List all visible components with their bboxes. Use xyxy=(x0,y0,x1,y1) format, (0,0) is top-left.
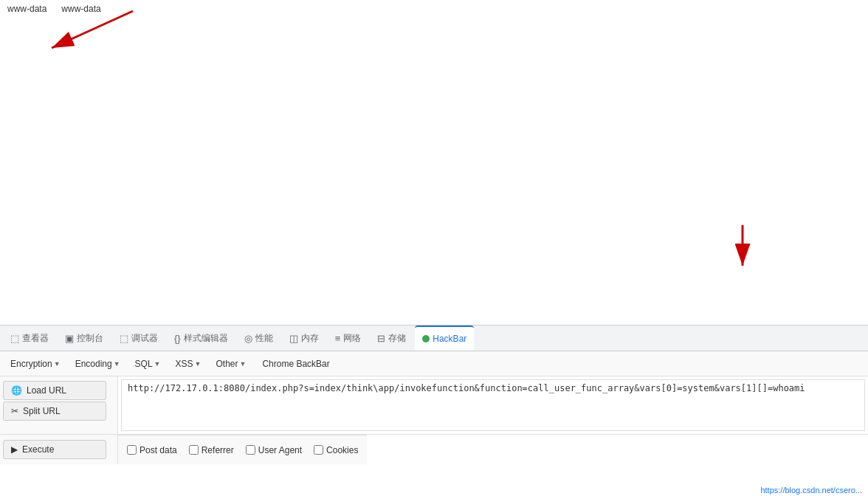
encryption-chevron-icon: ▼ xyxy=(54,360,61,368)
encryption-label: Encryption xyxy=(10,359,52,369)
execute-icon: ▶ xyxy=(11,444,18,455)
sql-chevron-icon: ▼ xyxy=(154,360,161,368)
style-editor-icon: {} xyxy=(174,333,181,344)
tab-debugger[interactable]: ⬚ 调试器 xyxy=(112,326,165,351)
red-arrow-annotation xyxy=(44,4,207,100)
inspector-icon: ⬚ xyxy=(10,333,19,344)
tab-memory[interactable]: ◫ 内存 xyxy=(282,326,326,351)
referrer-label: Referrer xyxy=(202,445,234,455)
network-icon: ≡ xyxy=(335,333,341,344)
url-input[interactable]: http://172.17.0.1:8080/index.php?s=index… xyxy=(121,379,865,431)
memory-icon: ◫ xyxy=(289,333,298,344)
cookies-checkbox-label[interactable]: Cookies xyxy=(314,445,358,455)
console-icon: ▣ xyxy=(65,333,74,344)
performance-icon: ◎ xyxy=(244,333,252,344)
hackbar-action-buttons: 🌐 Load URL ✂ Split URL xyxy=(0,376,118,434)
post-data-label: Post data xyxy=(140,445,177,455)
post-data-checkbox-label[interactable]: Post data xyxy=(127,445,177,455)
sql-dropdown[interactable]: SQL ▼ xyxy=(131,356,165,371)
xss-dropdown[interactable]: XSS ▼ xyxy=(171,356,206,371)
encoding-dropdown[interactable]: Encoding ▼ xyxy=(71,356,125,371)
execute-label: Execute xyxy=(22,444,54,455)
tab-network-label: 网络 xyxy=(343,332,361,345)
cookies-checkbox[interactable] xyxy=(314,445,323,455)
svg-line-1 xyxy=(52,11,133,48)
tab-console-label: 控制台 xyxy=(77,332,103,345)
red-arrow-url xyxy=(720,221,765,280)
tab-inspector-label: 查看器 xyxy=(22,332,49,345)
execute-container: ▶ Execute xyxy=(0,435,118,464)
referrer-checkbox-label[interactable]: Referrer xyxy=(189,445,234,455)
chrome-backbar-button[interactable]: Chrome BackBar xyxy=(256,356,335,371)
post-data-checkbox[interactable] xyxy=(127,445,137,455)
split-url-icon: ✂ xyxy=(11,406,18,416)
encoding-label: Encoding xyxy=(75,359,112,369)
split-url-button[interactable]: ✂ Split URL xyxy=(3,402,106,421)
user-agent-label: User Agent xyxy=(258,445,302,455)
hackbar-url-row: 🌐 Load URL ✂ Split URL http://172.17.0.1… xyxy=(0,376,868,434)
encryption-dropdown[interactable]: Encryption ▼ xyxy=(6,356,65,371)
cookies-label: Cookies xyxy=(326,445,358,455)
tab-debugger-label: 调试器 xyxy=(131,332,158,345)
annotation-text1: www-data xyxy=(7,4,46,14)
referrer-checkbox[interactable] xyxy=(189,445,199,455)
encoding-chevron-icon: ▼ xyxy=(114,360,120,368)
tab-storage-label: 存储 xyxy=(388,332,406,345)
sql-label: SQL xyxy=(135,359,153,369)
status-bar: https://blog.csdn.net/csero... xyxy=(754,484,868,496)
tab-hackbar-label: HackBar xyxy=(433,334,466,344)
xss-chevron-icon: ▼ xyxy=(195,360,202,368)
tab-hackbar[interactable]: HackBar xyxy=(415,326,474,351)
load-url-button[interactable]: 🌐 Load URL xyxy=(3,381,106,400)
main-content: www-data www-data xyxy=(0,0,868,325)
hackbar-toolbar: Encryption ▼ Encoding ▼ SQL ▼ XSS ▼ Othe… xyxy=(0,351,868,376)
tab-style-editor-label: 样式编辑器 xyxy=(184,332,228,345)
tab-memory-label: 内存 xyxy=(301,332,319,345)
other-dropdown[interactable]: Other ▼ xyxy=(211,356,250,371)
hackbar-checkboxes: Post data Referrer User Agent Cookies xyxy=(118,435,367,464)
load-url-icon: 🌐 xyxy=(11,385,22,396)
debugger-icon: ⬚ xyxy=(120,333,128,344)
tab-style-editor[interactable]: {} 样式编辑器 xyxy=(167,326,235,351)
tab-storage[interactable]: ⊟ 存储 xyxy=(370,326,413,351)
split-url-label: Split URL xyxy=(23,406,61,416)
other-chevron-icon: ▼ xyxy=(239,360,246,368)
other-label: Other xyxy=(216,359,238,369)
devtools-tabbar: ⬚ 查看器 ▣ 控制台 ⬚ 调试器 {} 样式编辑器 ◎ 性能 ◫ 内存 ≡ 网… xyxy=(0,325,868,351)
tab-performance-label: 性能 xyxy=(255,332,273,345)
user-agent-checkbox[interactable] xyxy=(246,445,255,455)
tab-inspector[interactable]: ⬚ 查看器 xyxy=(3,326,56,351)
hackbar-bottom-row: ▶ Execute Post data Referrer User Agent … xyxy=(0,434,868,464)
tab-console[interactable]: ▣ 控制台 xyxy=(58,326,111,351)
xss-label: XSS xyxy=(176,359,193,369)
load-url-label: Load URL xyxy=(27,385,66,396)
user-agent-checkbox-label[interactable]: User Agent xyxy=(246,445,302,455)
tab-performance[interactable]: ◎ 性能 xyxy=(237,326,280,351)
hackbar-panel: Encryption ▼ Encoding ▼ SQL ▼ XSS ▼ Othe… xyxy=(0,351,868,464)
tab-network[interactable]: ≡ 网络 xyxy=(328,326,369,351)
status-url: https://blog.csdn.net/csero... xyxy=(760,486,862,495)
hackbar-url-area: http://172.17.0.1:8080/index.php?s=index… xyxy=(118,376,868,434)
hackbar-dot-icon xyxy=(422,335,430,342)
chrome-backbar-label: Chrome BackBar xyxy=(262,359,329,369)
execute-button[interactable]: ▶ Execute xyxy=(3,440,106,459)
storage-icon: ⊟ xyxy=(377,333,385,344)
